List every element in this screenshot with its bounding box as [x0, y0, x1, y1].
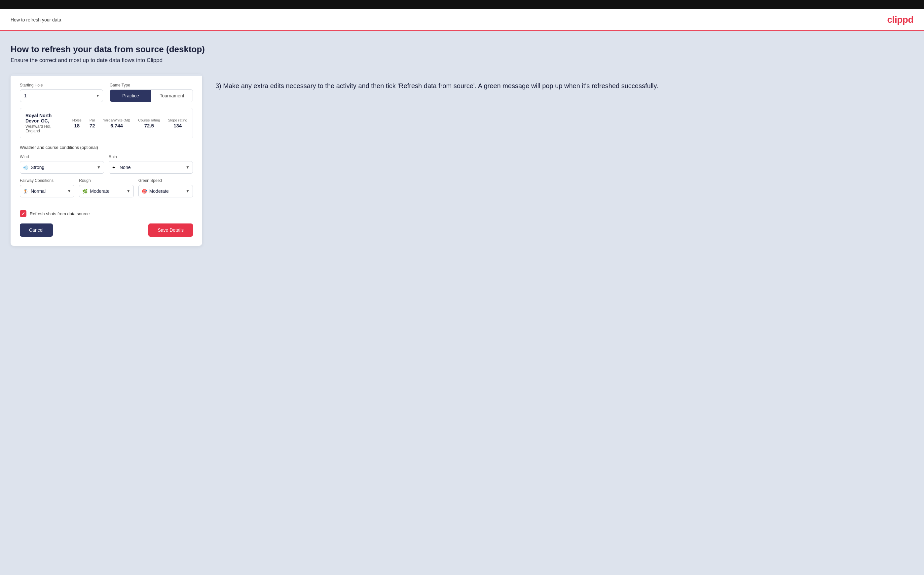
description-text: 3) Make any extra edits necessary to the… — [215, 81, 913, 91]
practice-toggle-btn[interactable]: Practice — [110, 90, 151, 102]
starting-hole-group: Starting Hole 1 2 10 ▼ — [20, 83, 103, 102]
holes-label: Holes — [72, 118, 82, 122]
yards-value: 6,744 — [110, 123, 123, 128]
green-speed-select-wrapper: 🎯 Moderate Slow Fast ▼ — [139, 185, 193, 197]
wind-label: Wind — [20, 155, 104, 159]
refresh-checkbox[interactable]: ✓ — [20, 210, 26, 217]
top-form-row: Starting Hole 1 2 10 ▼ Game Type Practic… — [20, 83, 193, 102]
form-card: Starting Hole 1 2 10 ▼ Game Type Practic… — [11, 74, 202, 246]
slope-rating-label: Slope rating — [168, 118, 187, 122]
course-name-block: Royal North Devon GC, Westward Ho!, Engl… — [26, 113, 65, 133]
fairway-label: Fairway Conditions — [20, 178, 74, 183]
refresh-checkbox-row: ✓ Refresh shots from data source — [20, 210, 193, 217]
yards-label: Yards/White (M)) — [103, 118, 130, 122]
course-location: Westward Ho!, England — [26, 124, 65, 133]
course-rating-value: 72.5 — [144, 123, 154, 128]
wind-select-wrapper: 💨 Strong Calm Light Moderate ▼ — [20, 161, 104, 174]
course-info-row: Royal North Devon GC, Westward Ho!, Engl… — [20, 108, 193, 138]
holes-stat: Holes 18 — [72, 118, 82, 128]
page-subheading: Ensure the correct and most up to date d… — [11, 57, 913, 64]
save-button[interactable]: Save Details — [148, 224, 193, 237]
tournament-toggle-btn[interactable]: Tournament — [151, 90, 192, 102]
slope-rating-stat: Slope rating 134 — [168, 118, 187, 128]
main-content: How to refresh your data from source (de… — [0, 31, 924, 575]
rough-select[interactable]: Moderate Light Heavy — [79, 185, 134, 197]
game-type-label: Game Type — [110, 83, 193, 87]
fairway-select[interactable]: Normal Soft Firm — [20, 185, 74, 197]
header: How to refresh your data clippd — [0, 9, 924, 31]
card-top-strip — [11, 74, 202, 76]
checkmark-icon: ✓ — [21, 211, 25, 216]
rain-group: Rain ✦ None Light Heavy ▼ — [109, 155, 193, 174]
wind-rain-row: Wind 💨 Strong Calm Light Moderate ▼ Rain — [20, 155, 193, 174]
course-rating-label: Course rating — [138, 118, 160, 122]
rough-group: Rough 🌿 Moderate Light Heavy ▼ — [79, 178, 134, 197]
page-heading: How to refresh your data from source (de… — [11, 44, 913, 55]
starting-hole-select[interactable]: 1 2 10 — [20, 89, 103, 102]
rough-label: Rough — [79, 178, 134, 183]
button-row: Cancel Save Details — [20, 224, 193, 237]
wind-select[interactable]: Strong Calm Light Moderate — [20, 161, 104, 174]
course-name: Royal North Devon GC, — [26, 113, 65, 124]
rain-select-wrapper: ✦ None Light Heavy ▼ — [109, 161, 193, 174]
footer: Copyright Clippd 2022 — [0, 575, 924, 577]
starting-hole-select-wrapper: 1 2 10 ▼ — [20, 89, 103, 102]
fairway-group: Fairway Conditions 🏌 Normal Soft Firm ▼ — [20, 178, 74, 197]
green-speed-select[interactable]: Moderate Slow Fast — [139, 185, 193, 197]
header-title: How to refresh your data — [11, 17, 61, 23]
slope-rating-value: 134 — [173, 123, 182, 128]
weather-section-header: Weather and course conditions (optional) — [20, 145, 193, 150]
wind-group: Wind 💨 Strong Calm Light Moderate ▼ — [20, 155, 104, 174]
logo: clippd — [887, 15, 913, 25]
par-value: 72 — [89, 123, 95, 128]
green-speed-label: Green Speed — [139, 178, 193, 183]
yards-stat: Yards/White (M)) 6,744 — [103, 118, 130, 128]
course-rating-stat: Course rating 72.5 — [138, 118, 160, 128]
green-speed-group: Green Speed 🎯 Moderate Slow Fast ▼ — [139, 178, 193, 197]
cancel-button[interactable]: Cancel — [20, 224, 53, 237]
conditions-grid: Fairway Conditions 🏌 Normal Soft Firm ▼ … — [20, 178, 193, 197]
rough-select-wrapper: 🌿 Moderate Light Heavy ▼ — [79, 185, 134, 197]
par-label: Par — [89, 118, 95, 122]
game-type-group: Game Type Practice Tournament — [110, 83, 193, 102]
holes-value: 18 — [74, 123, 80, 128]
fairway-select-wrapper: 🏌 Normal Soft Firm ▼ — [20, 185, 74, 197]
rain-label: Rain — [109, 155, 193, 159]
top-bar — [0, 0, 924, 9]
rain-select[interactable]: None Light Heavy — [109, 161, 193, 174]
refresh-label: Refresh shots from data source — [30, 211, 89, 216]
game-type-toggle: Practice Tournament — [110, 89, 193, 102]
starting-hole-label: Starting Hole — [20, 83, 103, 87]
par-stat: Par 72 — [89, 118, 95, 128]
content-row: Starting Hole 1 2 10 ▼ Game Type Practic… — [11, 74, 913, 246]
description-panel: 3) Make any extra edits necessary to the… — [215, 74, 913, 91]
